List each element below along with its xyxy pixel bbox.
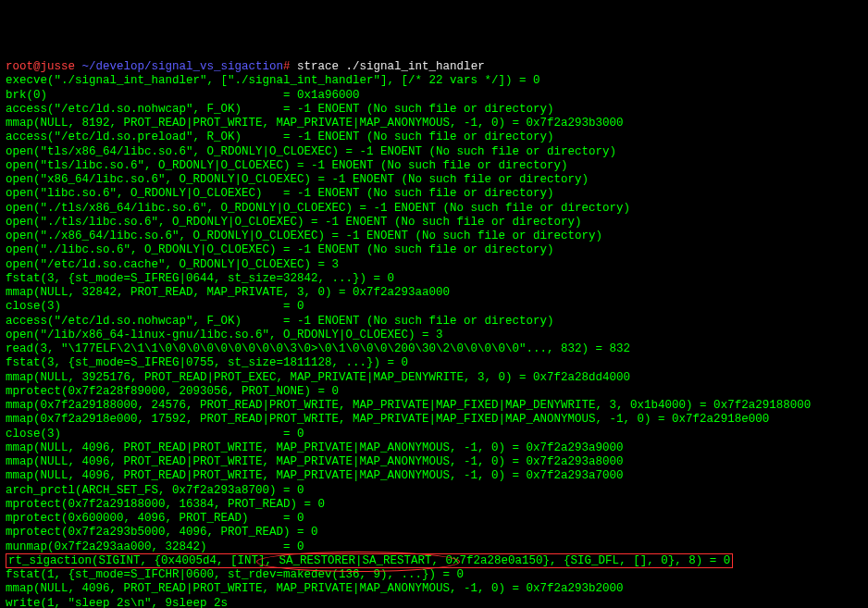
highlight-post: 0x7f2a28e0a150}, {SIG_DFL, [], 0}, 8) = … [439, 554, 730, 567]
trace-line: open("./x86_64/libc.so.6", O_RDONLY|O_CL… [6, 230, 602, 242]
trace-line: mprotect(0x7f2a29188000, 16384, PROT_REA… [6, 498, 325, 511]
trace-line: open("/etc/ld.so.cache", O_RDONLY|O_CLOE… [6, 258, 339, 271]
prompt-user: root@jusse [6, 60, 75, 73]
trace-line: close(3) = 0 [6, 428, 304, 440]
trace-line: open("./tls/libc.so.6", O_RDONLY|O_CLOEX… [6, 216, 582, 229]
trace-line: mmap(NULL, 4096, PROT_READ|PROT_WRITE, M… [6, 441, 624, 454]
trace-line: open("libc.so.6", O_RDONLY|O_CLOEXEC) = … [6, 187, 554, 200]
trace-line: execve("./signal_int_handler", ["./signa… [6, 74, 540, 87]
command: strace ./signal_int_handler [291, 60, 485, 73]
trace-line: access("/etc/ld.so.nohwcap", F_OK) = -1 … [6, 103, 554, 116]
trace-line: mmap(0x7f2a29188000, 24576, PROT_READ|PR… [6, 399, 811, 412]
trace-line: mmap(NULL, 4096, PROT_READ|PROT_WRITE, M… [6, 455, 624, 468]
trace-line: mmap(NULL, 4096, PROT_READ|PROT_WRITE, M… [6, 582, 624, 595]
trace-line: read(3, "\177ELF\2\1\1\0\0\0\0\0\0\0\0\0… [6, 342, 630, 355]
trace-line: arch_prctl(ARCH_SET_FS, 0x7f2a293a8700) … [6, 484, 304, 497]
trace-line: munmap(0x7f2a293aa000, 32842) = 0 [6, 540, 304, 553]
trace-line: write(1, "sleep 2s\n", 9sleep 2s [6, 597, 228, 609]
trace-line: open("/lib/x86_64-linux-gnu/libc.so.6", … [6, 329, 443, 341]
trace-line: mmap(NULL, 8192, PROT_READ|PROT_WRITE, M… [6, 117, 624, 130]
trace-line: open("x86_64/libc.so.6", O_RDONLY|O_CLOE… [6, 173, 589, 186]
trace-line: brk(0) = 0x1a96000 [6, 89, 360, 102]
prompt-path: ~/develop/signal_vs_sigaction [82, 60, 284, 73]
trace-line: mmap(0x7f2a2918e000, 17592, PROT_READ|PR… [6, 413, 769, 426]
trace-line: mprotect(0x7f2a28f89000, 2093056, PROT_N… [6, 385, 339, 398]
prompt-hash: # [283, 60, 291, 73]
prompt-sep [75, 60, 82, 73]
highlight-pre: rt_sigaction(SIGINT, {0x4005d4, [INT], [8, 554, 279, 567]
trace-line: mprotect(0x7f2a293b5000, 4096, PROT_READ… [6, 526, 318, 539]
trace-line: open("./tls/x86_64/libc.so.6", O_RDONLY|… [6, 202, 630, 215]
trace-line: mprotect(0x600000, 4096, PROT_READ) = 0 [6, 512, 304, 525]
trace-line: access("/etc/ld.so.nohwcap", F_OK) = -1 … [6, 315, 554, 328]
trace-line: mmap(NULL, 4096, PROT_READ|PROT_WRITE, M… [6, 469, 624, 482]
highlight-rt-sigaction: rt_sigaction(SIGINT, {0x4005d4, [INT], S… [6, 554, 733, 567]
trace-line: fstat(3, {st_mode=S_IFREG|0644, st_size=… [6, 272, 394, 285]
trace-line: fstat(1, {st_mode=S_IFCHR|0600, st_rdev=… [6, 568, 464, 581]
trace-line: close(3) = 0 [6, 300, 304, 313]
trace-line: fstat(3, {st_mode=S_IFREG|0755, st_size=… [6, 356, 408, 369]
highlight-circled: SA_RESTORER|SA_RESTART, [279, 554, 440, 567]
trace-line: open("tls/x86_64/libc.so.6", O_RDONLY|O_… [6, 145, 616, 158]
trace-line: open("./libc.so.6", O_RDONLY|O_CLOEXEC) … [6, 243, 554, 256]
trace-line: mmap(NULL, 32842, PROT_READ, MAP_PRIVATE… [6, 286, 450, 299]
trace-line: mmap(NULL, 3925176, PROT_READ|PROT_EXEC,… [6, 371, 630, 384]
terminal-output[interactable]: root@jusse ~/develop/signal_vs_sigaction… [6, 60, 862, 608]
trace-line: open("tls/libc.so.6", O_RDONLY|O_CLOEXEC… [6, 159, 568, 172]
trace-line: access("/etc/ld.so.preload", R_OK) = -1 … [6, 130, 554, 143]
